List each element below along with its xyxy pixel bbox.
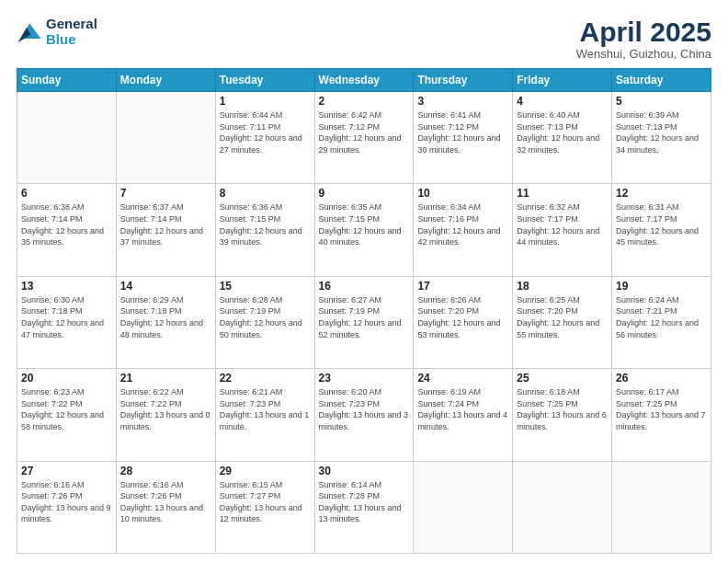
day-info: Sunrise: 6:29 AM Sunset: 7:18 PM Dayligh…	[120, 294, 211, 340]
calendar-cell: 24Sunrise: 6:19 AM Sunset: 7:24 PM Dayli…	[414, 369, 513, 461]
weekday-header-sunday: Sunday	[17, 69, 117, 92]
day-info: Sunrise: 6:35 AM Sunset: 7:15 PM Dayligh…	[319, 201, 410, 247]
day-info: Sunrise: 6:32 AM Sunset: 7:17 PM Dayligh…	[517, 201, 608, 247]
calendar-cell: 13Sunrise: 6:30 AM Sunset: 7:18 PM Dayli…	[17, 276, 117, 368]
calendar-cell: 30Sunrise: 6:14 AM Sunset: 7:28 PM Dayli…	[314, 461, 414, 553]
weekday-header-saturday: Saturday	[612, 69, 711, 92]
day-info: Sunrise: 6:31 AM Sunset: 7:17 PM Dayligh…	[616, 201, 707, 247]
page: General Blue April 2025 Wenshui, Guizhou…	[0, 0, 728, 563]
calendar-cell: 8Sunrise: 6:36 AM Sunset: 7:15 PM Daylig…	[215, 184, 314, 276]
week-row-4: 20Sunrise: 6:23 AM Sunset: 7:22 PM Dayli…	[17, 369, 711, 461]
day-number: 28	[120, 465, 211, 477]
day-number: 17	[417, 280, 508, 293]
day-number: 3	[417, 95, 508, 108]
calendar-cell	[116, 92, 215, 184]
day-number: 15	[220, 280, 311, 293]
day-number: 25	[517, 372, 608, 385]
calendar-cell: 11Sunrise: 6:32 AM Sunset: 7:17 PM Dayli…	[513, 184, 612, 276]
calendar-cell	[513, 461, 612, 553]
calendar-cell: 25Sunrise: 6:18 AM Sunset: 7:25 PM Dayli…	[513, 369, 612, 461]
calendar-cell: 21Sunrise: 6:22 AM Sunset: 7:22 PM Dayli…	[116, 369, 215, 461]
day-number: 10	[417, 187, 508, 200]
calendar-cell: 19Sunrise: 6:24 AM Sunset: 7:21 PM Dayli…	[612, 276, 711, 368]
calendar-cell: 12Sunrise: 6:31 AM Sunset: 7:17 PM Dayli…	[612, 184, 711, 276]
week-row-3: 13Sunrise: 6:30 AM Sunset: 7:18 PM Dayli…	[17, 276, 711, 368]
calendar-cell: 4Sunrise: 6:40 AM Sunset: 7:13 PM Daylig…	[513, 92, 612, 184]
day-number: 6	[21, 187, 112, 200]
day-number: 26	[616, 372, 707, 385]
calendar-cell: 6Sunrise: 6:38 AM Sunset: 7:14 PM Daylig…	[17, 184, 117, 276]
day-info: Sunrise: 6:34 AM Sunset: 7:16 PM Dayligh…	[417, 201, 508, 247]
day-number: 2	[319, 95, 410, 108]
day-info: Sunrise: 6:28 AM Sunset: 7:19 PM Dayligh…	[220, 294, 311, 340]
day-number: 23	[319, 372, 410, 385]
calendar-cell	[17, 92, 117, 184]
title-block: April 2025 Wenshui, Guizhou, China	[576, 17, 711, 61]
calendar-cell: 28Sunrise: 6:16 AM Sunset: 7:26 PM Dayli…	[116, 461, 215, 553]
day-info: Sunrise: 6:37 AM Sunset: 7:14 PM Dayligh…	[120, 201, 211, 247]
weekday-header-thursday: Thursday	[414, 69, 513, 92]
day-info: Sunrise: 6:42 AM Sunset: 7:12 PM Dayligh…	[319, 109, 410, 155]
calendar-cell: 16Sunrise: 6:27 AM Sunset: 7:19 PM Dayli…	[314, 276, 414, 368]
day-number: 12	[616, 187, 707, 200]
week-row-5: 27Sunrise: 6:16 AM Sunset: 7:26 PM Dayli…	[17, 461, 711, 553]
calendar-cell: 3Sunrise: 6:41 AM Sunset: 7:12 PM Daylig…	[414, 92, 513, 184]
day-number: 13	[21, 280, 112, 293]
day-number: 1	[220, 95, 311, 108]
logo: General Blue	[17, 17, 97, 47]
calendar-cell: 26Sunrise: 6:17 AM Sunset: 7:25 PM Dayli…	[612, 369, 711, 461]
day-info: Sunrise: 6:36 AM Sunset: 7:15 PM Dayligh…	[220, 201, 311, 247]
day-number: 30	[319, 465, 410, 477]
day-info: Sunrise: 6:26 AM Sunset: 7:20 PM Dayligh…	[417, 294, 508, 340]
day-number: 7	[120, 187, 211, 200]
calendar-cell: 1Sunrise: 6:44 AM Sunset: 7:11 PM Daylig…	[215, 92, 314, 184]
logo-icon	[17, 19, 42, 45]
header: General Blue April 2025 Wenshui, Guizhou…	[17, 17, 711, 61]
calendar-cell: 14Sunrise: 6:29 AM Sunset: 7:18 PM Dayli…	[116, 276, 215, 368]
day-number: 5	[616, 95, 707, 108]
calendar-body: 1Sunrise: 6:44 AM Sunset: 7:11 PM Daylig…	[17, 92, 711, 554]
day-info: Sunrise: 6:22 AM Sunset: 7:22 PM Dayligh…	[120, 386, 211, 432]
weekday-header-monday: Monday	[116, 69, 215, 92]
weekday-header-friday: Friday	[513, 69, 612, 92]
month-title: April 2025	[576, 17, 711, 47]
day-info: Sunrise: 6:39 AM Sunset: 7:13 PM Dayligh…	[616, 109, 707, 155]
day-number: 8	[220, 187, 311, 200]
day-info: Sunrise: 6:40 AM Sunset: 7:13 PM Dayligh…	[517, 109, 608, 155]
day-info: Sunrise: 6:24 AM Sunset: 7:21 PM Dayligh…	[616, 294, 707, 340]
day-number: 27	[21, 465, 112, 477]
location: Wenshui, Guizhou, China	[576, 47, 711, 61]
day-number: 18	[517, 280, 608, 293]
day-number: 21	[120, 372, 211, 385]
day-info: Sunrise: 6:17 AM Sunset: 7:25 PM Dayligh…	[616, 386, 707, 432]
calendar-cell: 2Sunrise: 6:42 AM Sunset: 7:12 PM Daylig…	[314, 92, 414, 184]
day-info: Sunrise: 6:27 AM Sunset: 7:19 PM Dayligh…	[319, 294, 410, 340]
calendar-cell: 5Sunrise: 6:39 AM Sunset: 7:13 PM Daylig…	[612, 92, 711, 184]
day-number: 11	[517, 187, 608, 200]
day-info: Sunrise: 6:15 AM Sunset: 7:27 PM Dayligh…	[220, 479, 311, 525]
day-info: Sunrise: 6:21 AM Sunset: 7:23 PM Dayligh…	[220, 386, 311, 432]
day-info: Sunrise: 6:23 AM Sunset: 7:22 PM Dayligh…	[21, 386, 112, 432]
logo-text: General Blue	[46, 17, 97, 47]
day-number: 4	[517, 95, 608, 108]
calendar-cell: 7Sunrise: 6:37 AM Sunset: 7:14 PM Daylig…	[116, 184, 215, 276]
day-number: 19	[616, 280, 707, 293]
day-info: Sunrise: 6:25 AM Sunset: 7:20 PM Dayligh…	[517, 294, 608, 340]
calendar-cell: 20Sunrise: 6:23 AM Sunset: 7:22 PM Dayli…	[17, 369, 117, 461]
day-info: Sunrise: 6:20 AM Sunset: 7:23 PM Dayligh…	[319, 386, 410, 432]
calendar-cell: 23Sunrise: 6:20 AM Sunset: 7:23 PM Dayli…	[314, 369, 414, 461]
day-number: 22	[220, 372, 311, 385]
calendar-cell	[414, 461, 513, 553]
day-info: Sunrise: 6:16 AM Sunset: 7:26 PM Dayligh…	[120, 479, 211, 525]
calendar-cell: 18Sunrise: 6:25 AM Sunset: 7:20 PM Dayli…	[513, 276, 612, 368]
calendar-cell: 29Sunrise: 6:15 AM Sunset: 7:27 PM Dayli…	[215, 461, 314, 553]
week-row-2: 6Sunrise: 6:38 AM Sunset: 7:14 PM Daylig…	[17, 184, 711, 276]
week-row-1: 1Sunrise: 6:44 AM Sunset: 7:11 PM Daylig…	[17, 92, 711, 184]
day-info: Sunrise: 6:19 AM Sunset: 7:24 PM Dayligh…	[417, 386, 508, 432]
day-info: Sunrise: 6:30 AM Sunset: 7:18 PM Dayligh…	[21, 294, 112, 340]
calendar-cell: 15Sunrise: 6:28 AM Sunset: 7:19 PM Dayli…	[215, 276, 314, 368]
day-number: 9	[319, 187, 410, 200]
day-info: Sunrise: 6:18 AM Sunset: 7:25 PM Dayligh…	[517, 386, 608, 432]
calendar-table: SundayMondayTuesdayWednesdayThursdayFrid…	[17, 68, 711, 554]
calendar-cell: 27Sunrise: 6:16 AM Sunset: 7:26 PM Dayli…	[17, 461, 117, 553]
